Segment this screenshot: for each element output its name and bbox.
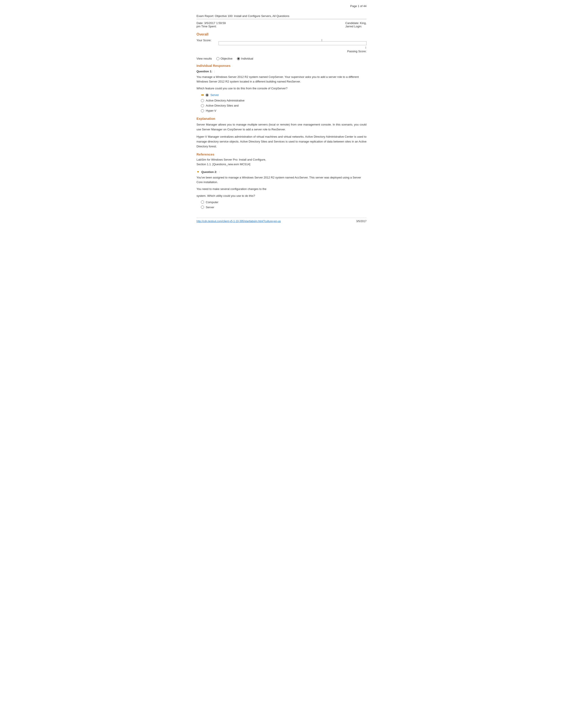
question-2-label: Question 2: xyxy=(201,170,217,174)
references-text: LabSim for Windows Server Pro: Install a… xyxy=(196,158,367,167)
hyperv-radio[interactable] xyxy=(201,109,204,112)
exam-title: Exam Report: Objective 100: Install and … xyxy=(196,14,367,18)
ad-admin-radio[interactable] xyxy=(201,99,204,102)
time-label: pm Time Spent: xyxy=(196,25,226,28)
objective-label: Objective xyxy=(220,57,232,60)
question-2-text2: You need to make several configuration c… xyxy=(196,187,367,191)
objective-radio[interactable]: Objective xyxy=(216,57,232,60)
server-option-text: Server xyxy=(210,93,219,97)
explanation-para-1: Server Manager allows you to manage mult… xyxy=(196,122,367,132)
triangle-icon: ▼ xyxy=(196,170,199,174)
score-label: Your Score: xyxy=(196,39,218,42)
login-label: Jarred Login: xyxy=(345,25,367,28)
footer-date: 3/5/2017 xyxy=(356,220,367,223)
footer-url[interactable]: http://cdn.testout.com/client-v5-1-10-39… xyxy=(196,220,281,223)
question-2-text3: system. Which utility could you use to d… xyxy=(196,194,367,198)
objective-radio-circle[interactable] xyxy=(216,57,219,60)
individual-label: Individual xyxy=(241,57,253,60)
your-score-row: Your Score: | xyxy=(196,39,367,45)
header-right: Candidate: King, Jarred Login: xyxy=(345,21,367,28)
server-radio-dot xyxy=(206,94,208,96)
ad-sites-option-text: Active Directory Sites and xyxy=(206,104,239,107)
individual-radio-dot xyxy=(237,58,239,60)
server-radio[interactable] xyxy=(205,94,209,97)
question-1-which: Which feature could you use to do this f… xyxy=(196,86,367,91)
question-2-block: ▼ Question 2: : You've been assigned to … xyxy=(196,170,367,209)
individual-radio-circle[interactable] xyxy=(237,57,240,60)
question-1-block: Question 1: : You manage a Windows Serve… xyxy=(196,70,367,112)
passing-label: Passing Score: xyxy=(347,50,367,53)
tick-mark: | xyxy=(322,39,322,41)
question-2-options: Computer Server xyxy=(201,201,367,209)
date-label: Date: 3/5/2017 1:59:59 xyxy=(196,21,226,25)
passing-score-display: Passing Score: xyxy=(196,50,367,53)
question-1-header: Question 1: : xyxy=(196,70,367,73)
ad-admin-option-text: Active Directory Administrative xyxy=(206,99,244,102)
option-computer[interactable]: Computer xyxy=(201,201,367,204)
computer-radio[interactable] xyxy=(201,201,204,204)
explanation-para-2: Hyper-V Manager centralizes administrati… xyxy=(196,134,367,149)
page-number: Page 1 of 44 xyxy=(196,4,367,8)
candidate-label: Candidate: King, xyxy=(345,21,367,25)
option-ad-sites[interactable]: Active Directory Sites and xyxy=(201,104,367,107)
option-server[interactable]: ➡ Server xyxy=(201,93,367,97)
overall-title: Overall xyxy=(196,32,367,36)
explanation-title: Explanation xyxy=(196,117,367,120)
option-server-q2[interactable]: Server xyxy=(201,206,367,209)
hyperv-option-text: Hyper-V xyxy=(206,109,216,112)
ad-sites-radio[interactable] xyxy=(201,104,204,107)
question-2-status: : xyxy=(219,170,219,173)
option-ad-admin[interactable]: Active Directory Administrative xyxy=(201,99,367,102)
references-main: LabSim for Windows Server Pro: Install a… xyxy=(196,158,266,161)
option-hyperv[interactable]: Hyper-V xyxy=(201,109,367,112)
view-results-row: View results Objective Individual xyxy=(196,57,367,60)
footer: http://cdn.testout.com/client-v5-1-10-39… xyxy=(196,218,367,223)
individual-responses-title: Individual Responses xyxy=(196,64,367,68)
question-1-status: : xyxy=(214,70,215,73)
passing-tick-row: | xyxy=(218,46,367,49)
individual-radio[interactable]: Individual xyxy=(237,57,253,60)
computer-option-text: Computer xyxy=(206,201,218,204)
header-info: Date: 3/5/2017 1:59:59 pm Time Spent: Ca… xyxy=(196,21,367,28)
question-1-text: You manage a Windows Server 2012 R2 syst… xyxy=(196,75,367,84)
question-2-text1: You've been assigned to manage a Windows… xyxy=(196,175,367,185)
references-title: References xyxy=(196,152,367,156)
passing-bar-wrapper: | xyxy=(218,46,367,49)
tick-row: | xyxy=(218,39,367,41)
header-left: Date: 3/5/2017 1:59:59 pm Time Spent: xyxy=(196,21,226,28)
question-2-header: ▼ Question 2: : xyxy=(196,170,367,174)
score-area: Your Score: | | Passing Score: xyxy=(196,39,367,53)
question-1-label: Question 1: xyxy=(196,70,212,73)
header-divider xyxy=(196,19,367,19)
server-q2-option-text: Server xyxy=(206,206,214,209)
passing-score-row: | xyxy=(196,46,367,49)
references-section: Section 1.1. [Questions_new.exm MCS14] xyxy=(196,163,250,166)
score-bar-wrapper: | xyxy=(218,39,367,45)
score-bar xyxy=(218,41,367,45)
server-q2-radio[interactable] xyxy=(201,206,204,209)
question-1-options: ➡ Server Active Directory Administrative… xyxy=(201,93,367,112)
passing-tick: | xyxy=(366,46,366,49)
arrow-icon: ➡ xyxy=(201,93,204,97)
view-results-label: View results xyxy=(196,57,212,60)
